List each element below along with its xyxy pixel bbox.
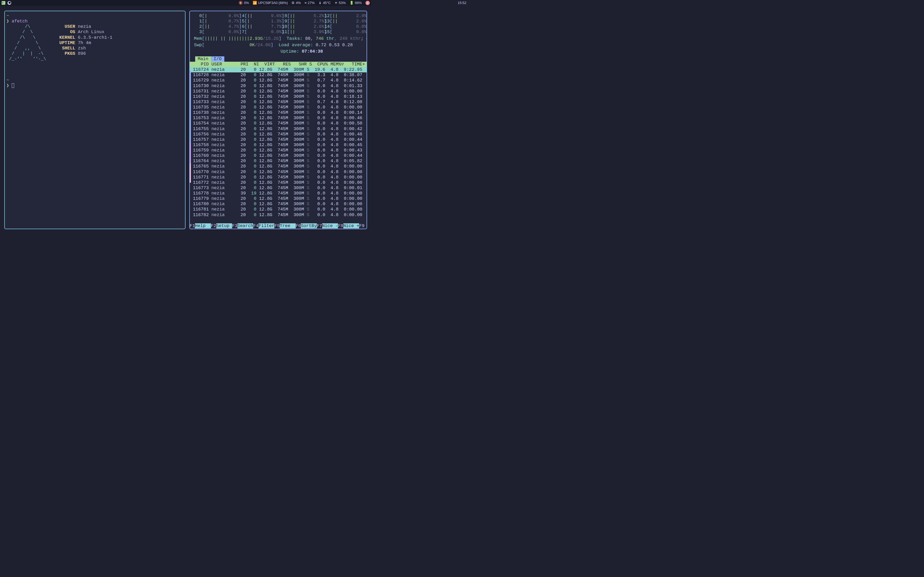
fkey[interactable]: F6 [296, 223, 301, 228]
process-row[interactable]: 116771 nezia 20 0 12.8G 745M 300M S 0.0 … [190, 175, 367, 180]
process-row[interactable]: 116772 nezia 20 0 12.8G 745M 300M S 0.0 … [190, 180, 367, 185]
fkey-label[interactable]: Nice + [343, 223, 359, 228]
load-label: Load average: [279, 42, 313, 48]
sysinfo-value: Arch Linux [75, 29, 104, 34]
fkey[interactable]: F8 [338, 223, 343, 228]
process-row[interactable]: 116770 nezia 20 0 12.8G 745M 300M S 0.0 … [190, 169, 367, 175]
tab-main[interactable]: Main [195, 56, 211, 62]
process-row[interactable]: 116755 nezia 20 0 12.8G 745M 300M S 0.0 … [190, 126, 367, 132]
process-row[interactable]: 116724 nezia 20 0 12.8G 745M 300M S 19.6… [190, 67, 367, 73]
sysinfo-label: PKGS [54, 51, 75, 56]
ascii-art-line: / \ [6, 40, 54, 45]
prompt-line[interactable]: ❯ [6, 83, 183, 89]
process-row[interactable]: 116738 nezia 20 0 12.8G 745M 300M S 0.0 … [190, 110, 367, 115]
discord-tray-icon[interactable]: ● [365, 1, 370, 5]
process-row[interactable]: 116728 nezia 20 0 12.8G 745M 300M S 3.3 … [190, 73, 367, 78]
fkey-label[interactable]: Help [195, 223, 211, 228]
process-row[interactable]: 116781 nezia 20 0 12.8G 745M 300M S 0.0 … [190, 207, 367, 212]
brightness-indicator[interactable]: ☀ 53% [334, 1, 346, 5]
prompt-line: ❯ afetch [6, 19, 183, 24]
wifi-value: UPC59F3A0 (88%) [258, 1, 288, 5]
fkey[interactable]: F7 [317, 223, 322, 228]
sysinfo-label: OS [54, 29, 75, 34]
process-row[interactable]: 116773 nezia 20 0 12.8G 745M 300M S 0.0 … [190, 185, 367, 191]
process-row[interactable]: 116753 nezia 20 0 12.8G 745M 300M S 0.0 … [190, 115, 367, 121]
prompt-symbol: ❯ [6, 83, 9, 88]
sysinfo-label: USER [54, 24, 75, 29]
cpu-meter: 5[| 1.3%] [237, 19, 279, 24]
process-row[interactable]: 116754 nezia 20 0 12.8G 745M 300M S 0.0 … [190, 121, 367, 126]
memory-indicator[interactable]: ≡ 27% [305, 1, 315, 5]
temp-value: 45°C [323, 1, 331, 5]
ascii-art-line: /\ \ [6, 35, 54, 40]
prompt-symbol: ❯ [6, 19, 9, 24]
fkey-label[interactable]: Filter [258, 223, 274, 228]
terminal-pane-left[interactable]: ~ ❯ afetch /\ USER nezia / \ OS Arch Lin… [4, 11, 186, 229]
terminal-pane-right[interactable]: 0[| 9.0%] 4[|| 9.6%] 8[|| 5.2%] 12[|| 2.… [189, 11, 367, 229]
process-header[interactable]: PID USER PRI NI VIRT RES SHR S CPU% MEM%… [190, 62, 367, 67]
sysinfo-label: KERNEL [54, 35, 75, 40]
process-row[interactable]: 116778 nezia 39 19 12.8G 745M 300M S 0.0… [190, 191, 367, 196]
app-icon[interactable] [8, 1, 11, 5]
process-row[interactable]: 116756 nezia 20 0 12.8G 745M 300M S 0.0 … [190, 132, 367, 137]
process-row[interactable]: 116729 nezia 20 0 12.8G 745M 300M S 0.7 … [190, 78, 367, 83]
process-row[interactable]: 116733 nezia 20 0 12.8G 745M 300M S 0.7 … [190, 99, 367, 105]
process-row[interactable]: 116735 nezia 20 0 12.8G 745M 300M S 0.0 … [190, 105, 367, 110]
process-list[interactable]: 116724 nezia 20 0 12.8G 745M 300M S 19.6… [190, 67, 367, 217]
process-row[interactable]: 116760 nezia 20 0 12.8G 745M 300M S 0.0 … [190, 153, 367, 158]
fkey-label[interactable]: Search [237, 223, 253, 228]
fkey-label[interactable]: SortBy [301, 223, 317, 228]
process-row[interactable]: 116765 nezia 20 0 12.8G 745M 300M S 0.0 … [190, 164, 367, 169]
battery-indicator[interactable]: 🔋 98% [349, 1, 362, 5]
process-row[interactable]: 116782 nezia 20 0 12.8G 745M 300M S 0.0 … [190, 212, 367, 217]
cwd-tilde: ~ [6, 13, 9, 18]
process-row[interactable]: 116731 nezia 20 0 12.8G 745M 300M S 0.0 … [190, 89, 367, 94]
fkey[interactable]: F2 [211, 223, 216, 228]
cwd-tilde: ~ [6, 78, 9, 83]
fkey-label[interactable]: Tree [279, 223, 296, 228]
cpu-meter: 10[|| 2.6%] [279, 24, 321, 29]
tab-io[interactable]: I/O [211, 56, 224, 62]
ascii-art-line: / \ [6, 29, 54, 34]
wifi-indicator[interactable]: 📶 UPC59F3A0 (88%) [253, 1, 288, 5]
sysinfo-value: 7h 4m [75, 40, 91, 45]
cpu-meter: 11[|| 3.9%] [279, 29, 321, 35]
fkey[interactable]: F9 [359, 223, 364, 228]
htop-tabs: MainI/O [190, 56, 367, 62]
cpu-meter: 6[|| 7.7%] [237, 24, 279, 29]
battery-value: 98% [355, 1, 362, 5]
ascii-art-line: /\ [6, 24, 54, 29]
cpu-meter: 8[|| 5.2%] [279, 13, 321, 19]
volume-value: 0% [244, 1, 249, 5]
cpu-meters: 0[| 9.0%] 4[|| 9.6%] 8[|| 5.2%] 12[|| 2.… [190, 13, 367, 36]
memory-value: 27% [308, 1, 315, 5]
top-bar: >_ 15:52 🔇 0% 📶 UPC59F3A0 (88%) ⚙ 4% ≡ 2… [0, 0, 372, 6]
sysinfo-label: UPTIME [54, 40, 75, 45]
tasks-label: Tasks: [287, 36, 302, 41]
cpu-meter: 12[|| 2.0%] [322, 13, 364, 19]
process-row[interactable]: 116764 nezia 20 0 12.8G 745M 300M S 0.0 … [190, 158, 367, 164]
fkey[interactable]: F5 [274, 223, 279, 228]
ascii-art-line: / ,, \ [6, 46, 54, 51]
process-row[interactable]: 116780 nezia 20 0 12.8G 745M 300M S 0.0 … [190, 201, 367, 207]
cpu-meter: 1[| 0.7%] [194, 19, 237, 24]
process-row[interactable]: 116732 nezia 20 0 12.8G 745M 300M S 0.0 … [190, 94, 367, 99]
fkey-label[interactable]: Setup [216, 223, 232, 228]
fkey[interactable]: F1 [190, 223, 195, 228]
process-row[interactable]: 116758 nezia 20 0 12.8G 745M 300M S 0.0 … [190, 142, 367, 148]
sysinfo-value: zsh [75, 46, 86, 51]
sysinfo-value: 896 [75, 51, 86, 56]
scrollbar[interactable] [190, 71, 191, 229]
process-row[interactable]: 116730 nezia 20 0 12.8G 745M 300M S 0.0 … [190, 83, 367, 89]
fkey-label[interactable]: Nice - [322, 223, 338, 228]
gear-indicator[interactable]: ⚙ 4% [291, 1, 301, 5]
temperature-indicator[interactable]: 🌡 45°C [318, 1, 331, 5]
volume-indicator[interactable]: 🔇 0% [239, 1, 249, 5]
fkey[interactable]: F4 [253, 223, 258, 228]
cursor [12, 83, 14, 88]
process-row[interactable]: 116759 nezia 20 0 12.8G 745M 300M S 0.0 … [190, 148, 367, 153]
fkey[interactable]: F3 [232, 223, 237, 228]
process-row[interactable]: 116779 nezia 20 0 12.8G 745M 300M S 0.0 … [190, 196, 367, 201]
process-row[interactable]: 116757 nezia 20 0 12.8G 745M 300M S 0.0 … [190, 137, 367, 142]
terminal-app-icon[interactable]: >_ [2, 1, 5, 5]
